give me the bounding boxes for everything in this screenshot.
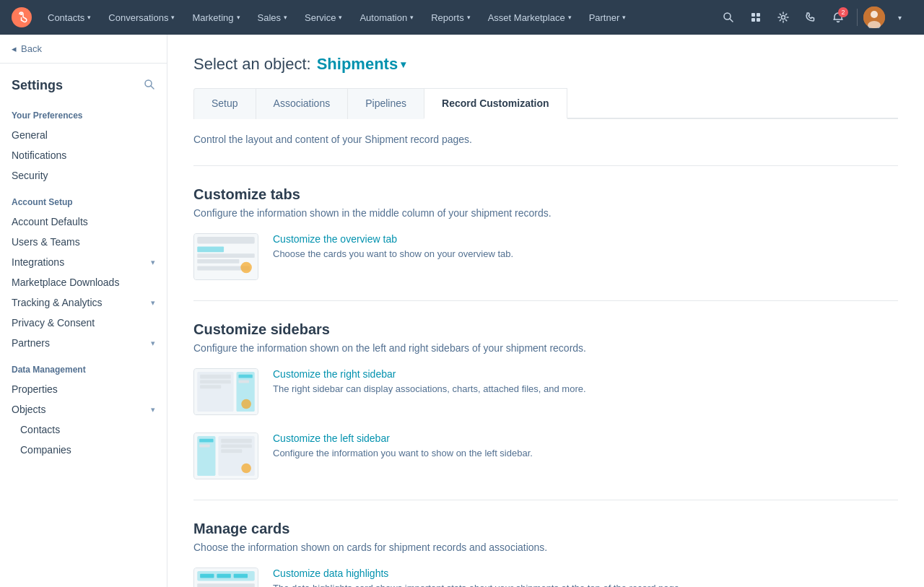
svg-rect-43 [234, 574, 248, 578]
page-description: Control the layout and content of your S… [193, 134, 898, 145]
data-highlights-thumbnail [193, 568, 258, 587]
sidebar-search-icon[interactable] [144, 79, 155, 93]
left-sidebar-info: Customize the left sidebar Configure the… [273, 432, 898, 460]
tab-pipelines[interactable]: Pipelines [347, 88, 424, 119]
svg-rect-36 [221, 445, 252, 448]
svg-rect-37 [221, 449, 242, 453]
section-label-preferences: Your Preferences [0, 99, 167, 125]
sidebar-item-partners[interactable]: Partners ▾ [0, 333, 167, 353]
select-object-label: Select an object: [193, 55, 311, 74]
nav-sales[interactable]: Sales ▾ [250, 9, 295, 26]
sidebar-item-contacts[interactable]: Contacts [0, 419, 167, 440]
svg-rect-17 [197, 253, 254, 258]
chevron-icon: ▾ [87, 14, 91, 21]
svg-rect-41 [200, 574, 214, 578]
nav-reports[interactable]: Reports ▾ [424, 9, 478, 26]
nav-icons-group: 2 ▾ [715, 4, 912, 30]
overview-tab-thumbnail [193, 233, 258, 280]
tab-setup[interactable]: Setup [193, 88, 256, 119]
svg-rect-18 [197, 259, 239, 264]
search-button[interactable] [715, 4, 741, 30]
sidebar-header: Settings [0, 64, 167, 99]
marketplace-button[interactable] [743, 4, 769, 30]
sidebar-item-general[interactable]: General [0, 125, 167, 145]
nav-conversations[interactable]: Conversations ▾ [101, 9, 182, 26]
nav-partner[interactable]: Partner ▾ [582, 9, 634, 26]
tab-associations[interactable]: Associations [256, 88, 349, 119]
section-label-data-management: Data Management [0, 353, 167, 379]
sidebar-item-tracking-analytics[interactable]: Tracking & Analytics ▾ [0, 292, 167, 313]
section-desc-manage-cards: Choose the information shown on cards fo… [193, 542, 898, 553]
chevron-down-icon: ▾ [151, 339, 155, 348]
sidebar-item-account-defaults[interactable]: Account Defaults [0, 212, 167, 232]
right-sidebar-desc: The right sidebar can display associatio… [273, 383, 898, 396]
chevron-down-icon: ▾ [151, 298, 155, 308]
data-highlights-desc: The data highlights card shows important… [273, 582, 898, 587]
svg-line-3 [730, 19, 733, 22]
sidebar-item-integrations[interactable]: Integrations ▾ [0, 252, 167, 272]
phone-button[interactable] [798, 4, 824, 30]
overview-tab-link[interactable]: Customize the overview tab [273, 233, 898, 245]
settings-button[interactable] [770, 4, 796, 30]
nav-automation[interactable]: Automation ▾ [352, 9, 421, 26]
chevron-down-icon: ▾ [151, 258, 155, 267]
svg-rect-35 [221, 439, 252, 443]
sidebar-item-objects[interactable]: Objects ▾ [0, 399, 167, 419]
sidebar-title: Settings [12, 78, 63, 93]
svg-rect-27 [238, 375, 252, 378]
nav-contacts[interactable]: Contacts ▾ [40, 9, 98, 26]
page-header: Select an object: Shipments ▾ [193, 55, 898, 74]
svg-rect-16 [197, 246, 224, 252]
right-sidebar-link[interactable]: Customize the right sidebar [273, 368, 898, 380]
back-chevron-icon: ◂ [12, 43, 17, 54]
chevron-icon: ▾ [171, 14, 175, 21]
customize-item-data-highlights: Customize data highlights The data highl… [193, 568, 898, 587]
section-customize-sidebars: Customize sidebars Configure the informa… [193, 321, 898, 479]
chevron-icon: ▾ [237, 14, 240, 21]
nav-marketing[interactable]: Marketing ▾ [185, 9, 247, 26]
sidebar-item-marketplace-downloads[interactable]: Marketplace Downloads [0, 272, 167, 292]
nav-service[interactable]: Service ▾ [297, 9, 349, 26]
section-manage-cards: Manage cards Choose the information show… [193, 521, 898, 587]
sidebar-item-privacy-consent[interactable]: Privacy & Consent [0, 313, 167, 333]
data-highlights-info: Customize data highlights The data highl… [273, 568, 898, 587]
chevron-icon: ▾ [339, 14, 342, 21]
sidebar-item-users-teams[interactable]: Users & Teams [0, 232, 167, 252]
top-navigation: Contacts ▾ Conversations ▾ Marketing ▾ S… [0, 0, 924, 35]
svg-rect-34 [199, 445, 210, 448]
section-divider-3 [193, 500, 898, 500]
notifications-button[interactable]: 2 [825, 4, 851, 30]
sidebar-item-security[interactable]: Security [0, 165, 167, 186]
svg-line-13 [151, 86, 154, 89]
chevron-icon: ▾ [410, 14, 414, 21]
sidebar-item-properties[interactable]: Properties [0, 379, 167, 399]
chevron-icon: ▾ [467, 14, 471, 21]
back-button[interactable]: ◂ Back [0, 35, 167, 64]
account-chevron[interactable]: ▾ [886, 4, 912, 30]
svg-rect-7 [757, 18, 760, 22]
tab-record-customization[interactable]: Record Customization [424, 88, 567, 119]
data-highlights-link[interactable]: Customize data highlights [273, 568, 898, 579]
customize-item-overview-tab: Customize the overview tab Choose the ca… [193, 233, 898, 280]
svg-rect-6 [751, 18, 755, 22]
hubspot-logo[interactable] [12, 7, 32, 27]
svg-rect-33 [199, 439, 213, 443]
user-avatar[interactable] [863, 6, 885, 28]
object-selector[interactable]: Shipments ▾ [317, 55, 406, 74]
left-sidebar-link[interactable]: Customize the left sidebar [273, 432, 898, 444]
left-sidebar-desc: Configure the information you want to sh… [273, 447, 898, 460]
sidebar-item-companies[interactable]: Companies [0, 440, 167, 460]
section-title-manage-cards: Manage cards [193, 521, 898, 537]
section-title-sidebars: Customize sidebars [193, 321, 898, 338]
svg-rect-5 [757, 13, 760, 17]
section-divider [193, 165, 898, 166]
nav-asset-marketplace[interactable]: Asset Marketplace ▾ [481, 9, 579, 26]
section-label-account-setup: Account Setup [0, 186, 167, 212]
section-desc-customize-tabs: Configure the information shown in the m… [193, 207, 898, 219]
main-content: Select an object: Shipments ▾ Setup Asso… [167, 35, 924, 587]
sidebar-item-notifications[interactable]: Notifications [0, 145, 167, 165]
svg-rect-26 [200, 385, 221, 388]
svg-rect-24 [200, 375, 231, 379]
customize-item-left-sidebar: Customize the left sidebar Configure the… [193, 432, 898, 479]
nav-divider [857, 9, 858, 26]
